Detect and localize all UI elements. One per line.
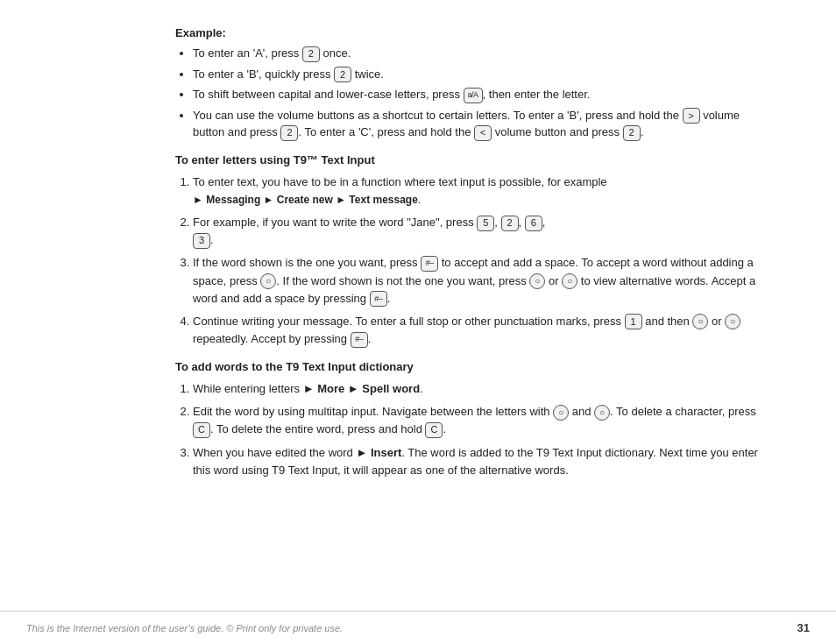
step2-2: Edit the word by using multitap input. N… (193, 403, 766, 438)
key-nav1: ○ (692, 314, 708, 329)
step2-3-text: When you have edited the word ► Insert. … (193, 446, 758, 477)
key-hash3: #– (351, 332, 368, 348)
key-3: 3 (193, 233, 210, 249)
section2-heading: To add words to the T9 Text Input dictio… (175, 360, 766, 373)
bullet-3-text: To shift between capital and lower-case … (193, 88, 590, 101)
example-heading: Example: (175, 26, 766, 39)
key-5: 5 (477, 216, 494, 231)
section1-steps: To enter text, you have to be in a funct… (193, 173, 766, 348)
key-hash2: #– (370, 291, 387, 307)
step1-3: If the word shown is the one you want, p… (193, 254, 766, 307)
key-c1: C (193, 422, 210, 438)
section1-heading: To enter letters using T9™ Text Input (175, 153, 766, 166)
key-2e: 2 (501, 216, 519, 231)
step2-1-text: While entering letters ► More ► Spell wo… (193, 382, 423, 395)
step2-3: When you have edited the word ► Insert. … (193, 444, 766, 479)
step2-3-bold: Insert (371, 446, 401, 459)
step2-1: While entering letters ► More ► Spell wo… (193, 380, 766, 398)
step1-1: To enter text, you have to be in a funct… (193, 173, 766, 209)
step1-2-text: For example, if you want to write the wo… (193, 216, 545, 246)
bullet-1: To enter an 'A', press 2 once. (193, 45, 766, 62)
bullet-4-text: You can use the volume buttons as a shor… (193, 109, 740, 139)
key-aA: a/A (464, 88, 483, 103)
step1-3-text: If the word shown is the one you want, p… (193, 256, 755, 304)
key-2c: 2 (280, 125, 298, 141)
page-number: 31 (797, 621, 810, 634)
key-6: 6 (525, 216, 542, 231)
step1-4-text: Continue writing your message. To enter … (193, 315, 740, 345)
step1-1-text: To enter text, you have to be in a funct… (193, 175, 607, 206)
key-1: 1 (625, 314, 642, 329)
footer-text: This is the Internet version of the user… (26, 623, 343, 633)
bullet-2: To enter a 'B', quickly press 2 twice. (193, 66, 766, 83)
step1-2: For example, if you want to write the wo… (193, 214, 766, 249)
bullets-list: To enter an 'A', press 2 once. To enter … (193, 45, 766, 141)
key-vol-up: > (683, 108, 700, 124)
key-2: 2 (302, 46, 320, 62)
key-vol-down: < (474, 125, 492, 141)
key-circle1: ○ (260, 273, 276, 289)
key-2b: 2 (334, 67, 351, 82)
key-nav2: ○ (725, 314, 740, 329)
key-hash1: #– (421, 256, 438, 272)
section2-steps: While entering letters ► More ► Spell wo… (193, 380, 766, 479)
step1-1-bold: ► Messaging ► Create new ► Text message (193, 194, 418, 206)
bullet-3: To shift between capital and lower-case … (193, 86, 766, 103)
key-up: ○ (529, 273, 545, 289)
key-nav3: ○ (553, 405, 569, 421)
bullet-1-text: To enter an 'A', press 2 once. (193, 46, 351, 60)
step2-1-bold: More ► Spell word (317, 382, 420, 395)
step2-2-text: Edit the word by using multitap input. N… (193, 405, 756, 435)
bullet-4: You can use the volume buttons as a shor… (193, 107, 766, 141)
step1-4: Continue writing your message. To enter … (193, 313, 766, 348)
footer-bar: This is the Internet version of the user… (0, 611, 836, 644)
bullet-2-text: To enter a 'B', quickly press 2 twice. (193, 67, 384, 81)
key-c2: C (425, 422, 443, 438)
key-down: ○ (562, 273, 577, 289)
page-content: Example: To enter an 'A', press 2 once. … (0, 0, 836, 644)
key-2d: 2 (623, 125, 641, 141)
key-nav4: ○ (594, 405, 610, 421)
